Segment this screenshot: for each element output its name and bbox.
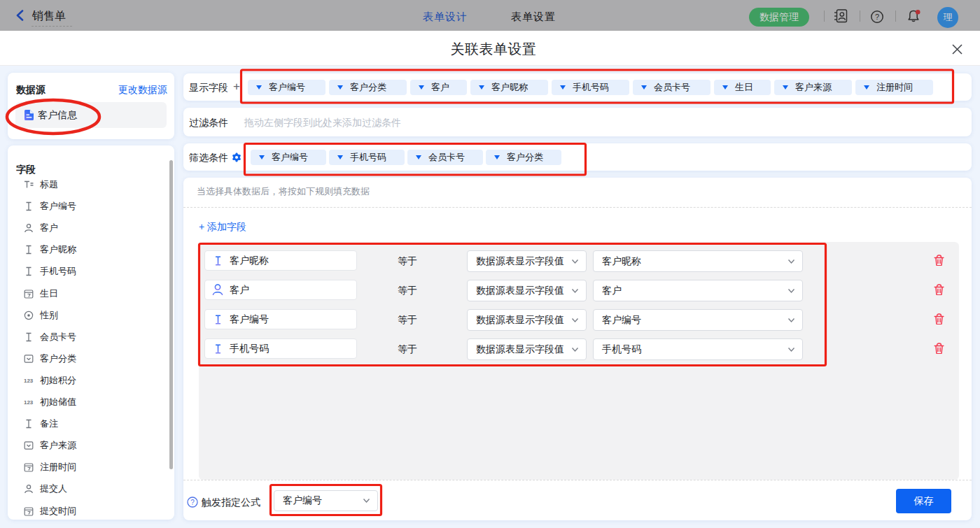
svg-text:123: 123 <box>24 399 34 406</box>
svg-text:?: ? <box>190 499 195 506</box>
svg-text:123: 123 <box>24 378 34 384</box>
svg-text:?: ? <box>875 13 879 21</box>
